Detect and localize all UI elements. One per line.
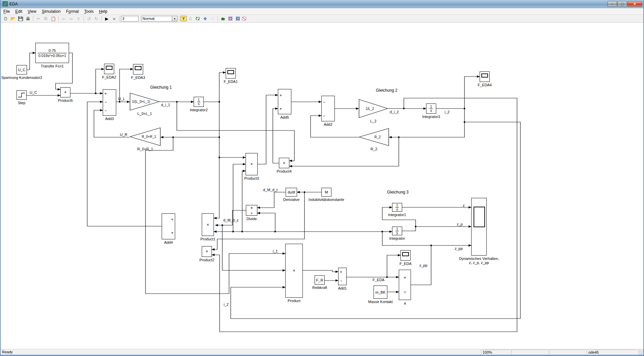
wire[interactable] (219, 72, 226, 102)
highlight-off-icon[interactable]: ⃠ (242, 15, 249, 22)
toolbar-separator (119, 16, 120, 21)
wire[interactable] (204, 102, 219, 218)
minimize-button[interactable]: – (607, 1, 617, 7)
status-cell-2 (511, 350, 548, 355)
block-spannung-kondensator2[interactable]: U_C (17, 65, 27, 75)
menu-file[interactable]: File (1, 8, 12, 14)
update-diagram-icon[interactable]: 🗘 (194, 15, 201, 22)
model-canvas[interactable]: 0.75 0.019s²+0.05s+1Transfer Fcn1U_CSpan… (1, 23, 643, 349)
wire-junction (219, 101, 220, 103)
block-derivative[interactable]: du/dt (286, 188, 297, 197)
window-title: EDA (9, 2, 18, 6)
integrator-fraction: 1s (194, 97, 203, 107)
block-gain-l0-l1[interactable]: 1/(L_0+L_1) (130, 93, 160, 111)
zoom-level: 100% (481, 350, 511, 355)
block-gain-r2[interactable]: R_2 (359, 128, 389, 146)
block-f-eda4[interactable] (480, 71, 490, 82)
redo-icon: ↻ (93, 15, 100, 22)
wire[interactable] (387, 255, 400, 277)
menu-simulation[interactable]: Simulation (39, 8, 63, 14)
menu-edit[interactable]: Edit (12, 8, 25, 14)
simulation-stop-time-input[interactable] (121, 16, 138, 22)
save-icon[interactable]: 💾 (17, 15, 24, 22)
menu-view[interactable]: View (25, 8, 39, 14)
block-add2[interactable]: −− (321, 96, 335, 121)
annotation[interactable]: Gleichung 3 (387, 190, 409, 195)
signal-label: U_R (120, 132, 127, 137)
block-label-add5: Add5 (259, 115, 310, 119)
toolbar-separator (58, 16, 59, 21)
annotation[interactable]: Gleichung 1 (150, 85, 172, 90)
block-masse-kontakt[interactable]: m_BK (374, 286, 387, 299)
tf-denominator: 0.019s²+0.05s+1 (38, 54, 66, 58)
block-product4[interactable]: × (279, 158, 289, 168)
open-folder-icon[interactable]: 📂 (9, 15, 17, 22)
wire[interactable] (464, 77, 480, 109)
block-integrator1[interactable]: 1s (392, 203, 402, 212)
block-product5[interactable]: × (60, 87, 70, 97)
block-product3[interactable]: × (246, 153, 258, 175)
signal-label: z_pp (419, 263, 427, 267)
resize-grip[interactable] (638, 350, 643, 355)
block-dynamisches-verhalten-scope[interactable] (471, 198, 487, 256)
wire[interactable] (258, 95, 278, 164)
block-integrator2[interactable]: 1s (194, 97, 204, 107)
block-f-eda3[interactable] (133, 64, 143, 75)
debug-icon[interactable]: 🖾 (227, 15, 234, 22)
block-product1[interactable]: × (202, 213, 214, 236)
block-label-induktivitaetskonstante: Induktivitätskonstante (301, 198, 352, 202)
block-divide[interactable]: ×÷ (246, 205, 257, 216)
wire-junction (415, 226, 417, 228)
block-gain-r0-r1[interactable]: R_0+R_1 (130, 127, 161, 146)
block-label-integrator1: Integrator1 (372, 213, 422, 217)
title-bar: EDA – ▢ ✕ (1, 0, 643, 8)
library-browser-icon[interactable]: Y (181, 16, 187, 21)
menu-format[interactable]: Format (63, 8, 82, 14)
svg-text:1/L_2: 1/L_2 (366, 107, 374, 111)
scope-screen-icon (106, 66, 112, 70)
block-add4[interactable]: ++ (162, 213, 175, 239)
wire[interactable] (257, 213, 275, 232)
close-button[interactable]: ✕ (627, 1, 642, 7)
library-links-icon[interactable]: ❖ (201, 15, 209, 22)
start-simulation-icon[interactable]: ▶ (103, 15, 110, 22)
build-icon[interactable]: 🖿 (219, 15, 227, 22)
block-add5[interactable]: ++ (278, 89, 291, 114)
report-icon[interactable]: 🖽 (234, 15, 242, 22)
menu-help[interactable]: Help (96, 8, 110, 14)
block-product2[interactable]: × (202, 246, 212, 257)
block-integrator3[interactable]: 1s (426, 103, 436, 114)
dropdown-arrow-icon[interactable]: ▼ (172, 16, 177, 21)
block-step[interactable] (17, 90, 27, 100)
wire[interactable] (303, 270, 338, 272)
model-browser-icon[interactable]: ⎍ (187, 15, 194, 22)
signal-label: d_i_2 (390, 110, 399, 114)
block-induktivitaetskonstante[interactable]: M (321, 188, 331, 197)
block-product[interactable]: × (285, 244, 303, 298)
print-icon[interactable]: 🖶 (24, 15, 32, 22)
wire-junction (304, 191, 305, 193)
block-integrator[interactable]: 1s (392, 227, 402, 235)
multiply-symbol: × (246, 205, 257, 210)
signal-label: z_p (457, 222, 463, 226)
new-doc-icon[interactable]: 🗋 (2, 15, 9, 22)
block-gain-l2[interactable]: 1/L_2 (359, 99, 388, 118)
simulation-mode-select[interactable]: Normal▼ (141, 16, 178, 22)
annotation[interactable]: Gleichung 2 (376, 88, 397, 93)
block-f-eda[interactable] (400, 250, 411, 261)
block-reibkraft[interactable]: F_R (315, 275, 325, 285)
maximize-button[interactable]: ▢ (617, 1, 627, 7)
wire-junction (464, 121, 465, 123)
block-a-block[interactable]: ×÷ (399, 270, 411, 300)
block-add1[interactable]: +− (338, 268, 347, 285)
signal-label: i_2 (445, 110, 450, 114)
sum-sign: − (340, 279, 342, 283)
wire-junction (275, 231, 276, 233)
menu-tools[interactable]: Tools (82, 8, 96, 14)
block-f-eda1[interactable] (226, 68, 236, 79)
block-transfer-fcn1[interactable]: 0.75 0.019s²+0.05s+1 (35, 43, 69, 63)
block-label-f-eda3: F_EDA3 (113, 76, 163, 80)
block-f-eda2[interactable] (104, 64, 114, 74)
transfer-fcn-fraction: 0.75 0.019s²+0.05s+1 (36, 43, 69, 63)
block-add3[interactable]: +−− (103, 89, 116, 116)
